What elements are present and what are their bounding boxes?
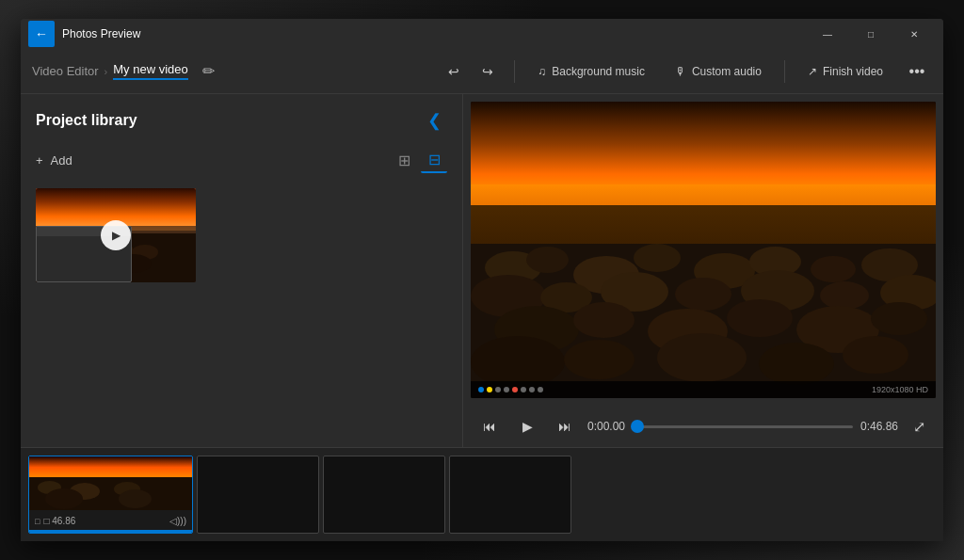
edit-title-button[interactable]: ✏ xyxy=(196,58,222,85)
skip-forward-icon: ⏭ xyxy=(558,419,571,434)
clip-audio-icon: ◁))) xyxy=(169,516,186,526)
window-title: Photos Preview xyxy=(62,27,806,40)
add-label: Add xyxy=(51,153,72,168)
mic-icon: 🎙 xyxy=(675,65,686,78)
breadcrumb-separator: › xyxy=(104,66,108,77)
toolbar: Video Editor › My new video ✏ ↩ ↪ ♫ Back… xyxy=(21,49,943,94)
share-icon: ↗ xyxy=(808,65,817,78)
music-icon: ♫ xyxy=(538,65,546,78)
preview-scene: 1920x1080 HD xyxy=(471,102,936,398)
maximize-button[interactable]: □ xyxy=(849,19,892,49)
finish-video-label: Finish video xyxy=(823,65,883,78)
status-dot-red xyxy=(512,387,518,392)
view-toggle-group: ⊞ ⊟ xyxy=(391,147,447,173)
skip-back-icon: ⏮ xyxy=(483,419,496,434)
status-dot-gray-4 xyxy=(529,387,535,392)
clip-duration-label: □ 46.86 xyxy=(43,516,75,526)
library-panel: Project library ❮ + Add ⊞ ⊟ xyxy=(21,94,463,447)
list-view-button[interactable]: ⊟ xyxy=(421,147,447,173)
toolbar-divider xyxy=(514,60,515,83)
clip-monitor-icon: □ xyxy=(35,517,40,526)
timeline: □ □ 46.86 ◁))) xyxy=(21,447,943,541)
custom-audio-label: Custom audio xyxy=(692,65,762,78)
title-bar: ← Photos Preview — □ ✕ xyxy=(21,19,943,49)
library-item[interactable]: ▶ xyxy=(36,188,196,282)
playback-controls: ⏮ ▶ ⏭ 0:00.00 0:46.86 xyxy=(463,406,943,447)
progress-bar-container[interactable] xyxy=(633,425,853,428)
more-icon: ••• xyxy=(909,63,925,80)
video-resolution-info: 1920x1080 HD xyxy=(872,385,928,394)
timeline-clip-3[interactable] xyxy=(323,456,445,534)
timeline-clip-main[interactable]: □ □ 46.86 ◁))) xyxy=(28,456,193,534)
background-music-label: Background music xyxy=(552,65,645,78)
progress-thumb[interactable] xyxy=(631,420,644,433)
library-content: ▶ xyxy=(21,181,462,447)
status-dot-gray-3 xyxy=(521,387,526,392)
panel-title: Project library xyxy=(36,112,137,129)
video-preview: 1920x1080 HD xyxy=(471,102,936,398)
video-status-bar: 1920x1080 HD xyxy=(471,381,936,398)
add-media-button[interactable]: + Add xyxy=(36,153,72,168)
finish-video-button[interactable]: ↗ Finish video xyxy=(796,56,894,87)
play-pause-button[interactable]: ▶ xyxy=(512,411,542,441)
custom-audio-button[interactable]: 🎙 Custom audio xyxy=(664,56,773,87)
toolbar-divider-2 xyxy=(784,60,785,83)
status-dot-blue xyxy=(478,387,484,392)
rocks-layer xyxy=(471,244,936,398)
panel-header: Project library ❮ xyxy=(21,94,462,143)
minimize-button[interactable]: — xyxy=(806,19,849,49)
timeline-clip-4[interactable] xyxy=(449,456,571,534)
skip-forward-button[interactable]: ⏭ xyxy=(550,411,580,441)
clip-thumbnail xyxy=(29,456,192,510)
more-options-button[interactable]: ••• xyxy=(902,56,932,87)
main-content: Project library ❮ + Add ⊞ ⊟ xyxy=(21,94,943,447)
status-dot-gray-5 xyxy=(538,387,543,392)
breadcrumb: Video Editor › My new video xyxy=(32,62,188,80)
app-window: ← Photos Preview — □ ✕ Video Editor › My… xyxy=(21,19,943,541)
skip-back-button[interactable]: ⏮ xyxy=(474,411,505,441)
close-button[interactable]: ✕ xyxy=(892,19,936,49)
undo-button[interactable]: ↩ xyxy=(439,56,469,87)
add-icon: + xyxy=(36,153,43,168)
redo-button[interactable]: ↪ xyxy=(473,56,503,87)
status-dot-yellow xyxy=(487,387,492,392)
breadcrumb-current: My new video xyxy=(113,62,187,80)
status-dot-gray-2 xyxy=(504,387,509,392)
back-button[interactable]: ← xyxy=(28,21,55,47)
current-time-display: 0:00.00 xyxy=(587,420,625,433)
collapse-panel-button[interactable]: ❮ xyxy=(421,107,447,134)
clip-active-indicator xyxy=(29,530,192,533)
preview-panel: 1920x1080 HD ⏮ ▶ ⏭ 0:00.00 xyxy=(463,94,943,447)
play-overlay-button[interactable]: ▶ xyxy=(101,220,131,250)
panel-toolbar: + Add ⊞ ⊟ xyxy=(21,143,462,181)
fullscreen-button[interactable]: ⤢ xyxy=(906,413,932,440)
status-dot-gray-1 xyxy=(495,387,501,392)
total-duration-display: 0:46.86 xyxy=(860,420,898,433)
background-music-button[interactable]: ♫ Background music xyxy=(526,56,656,87)
play-icon: ▶ xyxy=(522,419,533,434)
window-controls: — □ ✕ xyxy=(806,19,936,49)
grid-view-button[interactable]: ⊞ xyxy=(391,147,417,173)
undo-redo-group: ↩ ↪ xyxy=(439,56,503,87)
breadcrumb-parent[interactable]: Video Editor xyxy=(32,64,99,78)
status-dots xyxy=(478,387,543,392)
fullscreen-icon: ⤢ xyxy=(913,418,925,436)
progress-track[interactable] xyxy=(633,425,853,428)
timeline-clip-2[interactable] xyxy=(197,456,319,534)
